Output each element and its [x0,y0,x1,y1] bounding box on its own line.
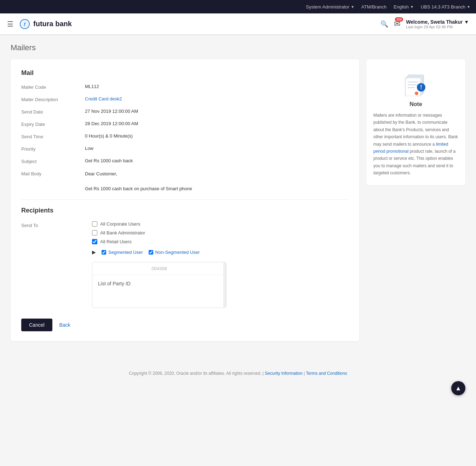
last-login: Last login 29 Apr 02:46 PM [406,25,453,29]
system-admin-menu[interactable]: System Administrator ▼ [306,4,354,10]
party-id-scrollbar[interactable] [223,262,226,308]
logo-text: futura bank [33,20,72,28]
segmented-row: ▶ Segmented User Non-Segmented User [92,249,226,255]
svg-text:!: ! [420,84,422,90]
corporate-users-checkbox[interactable] [92,221,97,227]
mail-body-content: Dear Customer, Get Rs 1000 cash back on … [85,170,192,192]
atm-branch-label: ATM/Branch [361,4,386,10]
mailer-code-row: Mailer Code ML112 [21,84,349,90]
mailer-code-value: ML112 [85,84,99,89]
mail-section-title: Mail [21,69,349,77]
priority-row: Priority Low [21,146,349,152]
note-sidebar: ! Note Mailers are information or messag… [366,59,465,185]
expiry-date-label: Expiry Date [21,121,85,127]
user-info[interactable]: Welcome, Sweta Thakur ▼ Last login 29 Ap… [406,19,469,29]
subject-row: Subject Get Rs 1000 cash back [21,158,349,164]
send-time-row: Send Time 0 Hour(s) & 0 Minute(s) [21,133,349,139]
mail-body-label: Mail Body [21,170,85,176]
non-segmented-user-item: Non-Segmented User [149,250,200,255]
user-name: Welcome, Sweta Thakur ▼ [406,19,469,25]
branch-label: UBS 14.3 AT3 Branch [421,4,465,10]
header-left: ☰ ƒ futura bank [7,18,72,30]
section-divider [21,199,349,200]
expiry-date-value: 28 Dec 2019 12:00:00 AM [85,121,138,126]
language-label: English [394,4,409,10]
scroll-top-button[interactable]: ▲ [451,381,465,395]
system-admin-chevron: ▼ [351,5,354,9]
send-time-value: 0 Hour(s) & 0 Minute(s) [85,133,133,139]
bank-admin-checkbox[interactable] [92,230,97,235]
page-title: Mailers [11,43,465,52]
header-right: 🔍 ✉ 329 Welcome, Sweta Thakur ▼ Last log… [380,19,469,29]
mail-body-row: Mail Body Dear Customer, Get Rs 1000 cas… [21,170,349,192]
bank-admin-item: All Bank Administrator [92,230,226,235]
logo: ƒ futura bank [19,18,72,30]
mail-badge: 329 [395,17,403,22]
corporate-users-label: All Corporate Users [100,221,140,227]
mail-section: Mail Mailer Code ML112 Mailer Descriptio… [21,69,349,192]
language-selector[interactable]: English ▼ [394,4,414,10]
non-segmented-user-label[interactable]: Non-Segmented User [155,250,200,255]
content-layout: Mail Mailer Code ML112 Mailer Descriptio… [11,59,465,341]
cancel-button[interactable]: Cancel [21,319,52,331]
subject-label: Subject [21,158,85,164]
priority-value: Low [85,146,93,151]
bank-admin-label: All Bank Administrator [100,230,145,235]
system-admin-label: System Administrator [306,4,349,10]
footer-terms-link[interactable]: Terms and Conditions [306,371,347,376]
note-title: Note [373,101,458,107]
atm-branch-link[interactable]: ATM/Branch [361,4,386,10]
branch-chevron: ▼ [467,5,470,9]
non-segmented-user-checkbox[interactable] [149,250,153,255]
hamburger-menu[interactable]: ☰ [7,20,13,28]
footer-copyright: Copyright © 2006, 2020, Oracle and/or it… [129,371,264,376]
logo-icon: ƒ [19,18,30,30]
priority-label: Priority [21,146,85,152]
language-chevron: ▼ [410,5,414,9]
expiry-date-row: Expiry Date 28 Dec 2019 12:00:00 AM [21,121,349,127]
segmented-user-label[interactable]: Segmented User [108,250,143,255]
header: ☰ ƒ futura bank 🔍 ✉ 329 Welcome, Sweta T… [0,13,476,35]
note-illustration: ! [402,68,430,96]
checkboxes-group: All Corporate Users All Bank Administrat… [92,221,226,308]
action-buttons: Cancel Back [21,319,349,331]
send-time-label: Send Time [21,133,85,139]
party-id-list-label: List of Party ID [92,275,226,292]
subject-value: Get Rs 1000 cash back [85,158,133,163]
segmented-user-item: Segmented User [102,250,143,255]
mailer-desc-label: Mailer Description [21,96,85,102]
content-main: Mail Mailer Code ML112 Mailer Descriptio… [11,59,359,341]
footer-security-link[interactable]: Security Information [265,371,303,376]
send-date-label: Send Date [21,109,85,115]
mail-body-line2: Get Rs 1000 cash back on purchase of Sma… [85,185,192,193]
top-bar: System Administrator ▼ ATM/Branch Englis… [0,0,476,13]
footer: Copyright © 2006, 2020, Oracle and/or it… [0,364,476,383]
note-text: Mailers are information or messages publ… [373,112,458,177]
svg-text:ƒ: ƒ [24,22,26,26]
mailer-desc-row: Mailer Description Credit Card desk2 [21,96,349,102]
main-content: Mailers Mail Mailer Code ML112 Mailer De… [0,35,476,350]
send-to-row: Send To All Corporate Users All Bank Adm… [21,221,349,308]
back-button[interactable]: Back [59,322,70,328]
retail-users-item: All Retail Users [92,239,226,244]
party-id-input-value[interactable]: 004308 [92,262,226,275]
note-icon-area: ! [373,68,458,96]
party-id-box: 004308 List of Party ID [92,262,226,308]
retail-users-checkbox[interactable] [92,239,97,244]
search-icon[interactable]: 🔍 [380,20,388,28]
retail-users-label: All Retail Users [100,239,132,244]
mail-button[interactable]: ✉ 329 [394,19,400,29]
expand-arrow-icon[interactable]: ▶ [92,249,96,255]
send-date-value: 27 Nov 2019 12:00:00 AM [85,109,138,114]
recipients-section-title: Recipients [21,207,349,214]
recipients-section: Recipients Send To All Corporate Users A… [21,207,349,308]
mailer-desc-value: Credit Card desk2 [85,96,122,101]
user-menu-chevron: ▼ [464,19,469,25]
send-date-row: Send Date 27 Nov 2019 12:00:00 AM [21,109,349,115]
segmented-user-checkbox[interactable] [102,250,106,255]
corporate-users-item: All Corporate Users [92,221,226,227]
send-to-label: Send To [21,221,85,228]
svg-point-10 [415,92,418,95]
branch-selector[interactable]: UBS 14.3 AT3 Branch ▼ [421,4,470,10]
mail-body-line1: Dear Customer, [85,170,192,178]
